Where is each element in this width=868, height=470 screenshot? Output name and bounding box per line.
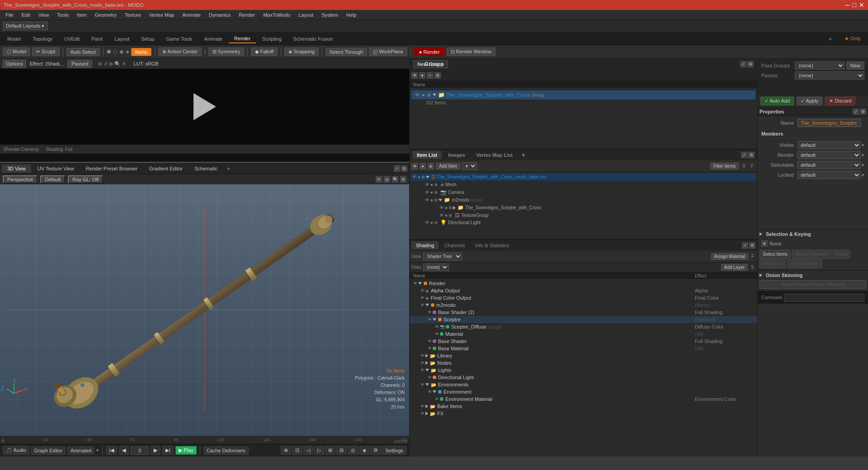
render-dropdown-icon[interactable]: ▾ bbox=[862, 152, 864, 158]
locked-dropdown-icon[interactable]: ▾ bbox=[862, 172, 864, 178]
envs-expand[interactable] bbox=[425, 383, 429, 386]
shader-row-envs[interactable]: 👁 📂 Environments bbox=[410, 381, 757, 388]
item-eye-s[interactable]: 👁 bbox=[439, 205, 444, 210]
vertex-map-tab[interactable]: Vertex Map List bbox=[472, 151, 517, 159]
item-eye-cam[interactable]: 👁 bbox=[425, 190, 429, 195]
preview-options-btn[interactable]: Options bbox=[3, 60, 26, 68]
shader-eye-envs[interactable]: 👁 bbox=[420, 382, 425, 387]
select-channels-btn[interactable]: Select Channels bbox=[792, 250, 831, 258]
shader-eye-lib[interactable]: 👁 bbox=[420, 353, 425, 358]
items-row-m2modo[interactable]: 👁 ● ⊕ 📁 m2modo (Items) bbox=[410, 196, 756, 204]
animated-btn[interactable]: Animated bbox=[67, 446, 94, 455]
menu-help[interactable]: Help bbox=[343, 11, 360, 19]
groups-add-btn[interactable]: + bbox=[427, 72, 433, 79]
items-extra-btn[interactable]: ⊕ bbox=[428, 163, 434, 169]
item-list-tab[interactable]: Item List bbox=[412, 151, 442, 159]
view-gear-btn[interactable]: ⚙ bbox=[401, 165, 407, 172]
shader-f-btn[interactable]: F bbox=[750, 254, 755, 259]
shader-eye-lights[interactable]: 👁 bbox=[420, 368, 425, 372]
view-expand-btn[interactable]: ⤢ bbox=[394, 165, 400, 172]
snapping-btn[interactable]: ◈ Snapping bbox=[284, 47, 319, 56]
transport-icon-8[interactable]: ◈ bbox=[359, 446, 369, 455]
shader-eye-bm[interactable]: 👁 bbox=[428, 346, 432, 351]
tab-schematic[interactable]: Schematic bbox=[189, 164, 223, 173]
shader-eye-dl[interactable]: 👁 bbox=[428, 375, 432, 380]
assign-remove-onion-btn[interactable]: Assign/Remove Onion Skinning bbox=[760, 280, 866, 289]
next-frame-btn[interactable]: ▶ bbox=[151, 446, 160, 455]
model-mode-btn[interactable]: ⬡ Model bbox=[3, 47, 30, 56]
items-row-sceptre[interactable]: 👁 ● ⊕ 📁 The_Sovereigns_Sceptre_with_Cros… bbox=[410, 204, 756, 212]
menu-geometry[interactable]: Geometry bbox=[91, 11, 120, 19]
shader-row-alpha[interactable]: 👁 ◈ Alpha Output Alpha bbox=[410, 287, 757, 294]
tab-uv-texture[interactable]: UV Texture View bbox=[32, 164, 80, 173]
add-tab-btn[interactable]: + bbox=[826, 34, 835, 43]
shader-row-final-color[interactable]: 👁 ◈ Final Color Output Final Color bbox=[410, 294, 757, 301]
command-input[interactable] bbox=[784, 294, 864, 302]
close-btn[interactable]: ✕ bbox=[859, 1, 864, 9]
items-sel-btn[interactable]: Items bbox=[833, 250, 850, 258]
groups-eye-btn[interactable]: 👁 bbox=[411, 72, 418, 79]
shader-row-sceptre[interactable]: 👁 Sceptre (Material) bbox=[410, 316, 757, 323]
shader-row-lights[interactable]: 👁 📂 Lights bbox=[410, 367, 757, 374]
filter-s-btn[interactable]: S bbox=[741, 164, 747, 169]
items-btn[interactable]: Items bbox=[131, 48, 151, 56]
shader-eye-mat[interactable]: 👁 bbox=[435, 332, 439, 336]
transport-icon-7[interactable]: ◎ bbox=[348, 446, 359, 455]
auto-select-btn[interactable]: Auto Select bbox=[66, 48, 100, 56]
shader-row-fx[interactable]: 👁 📂 FX bbox=[410, 410, 757, 417]
shader-row-nodes[interactable]: 👁 📂 Nodes bbox=[410, 359, 757, 367]
shading-tab[interactable]: Shading bbox=[411, 241, 439, 249]
fx-expand[interactable] bbox=[425, 412, 428, 415]
shader-row-sceptre-diffuse[interactable]: 👁 📷 Sceptre_Diffuse (Image) Diffuse Colo… bbox=[410, 323, 757, 330]
menu-animate[interactable]: Animate bbox=[179, 11, 204, 19]
props-settings-btn[interactable]: ⚙ bbox=[860, 108, 866, 115]
select-through-btn[interactable]: Select Through bbox=[326, 48, 367, 56]
pass-groups-select[interactable]: (none) bbox=[795, 61, 844, 70]
transport-icon-4[interactable]: ▷ bbox=[314, 446, 324, 455]
groups-render-btn[interactable]: ● bbox=[419, 72, 425, 79]
group-expand[interactable] bbox=[433, 94, 436, 96]
next-keyframe-btn[interactable]: ▶| bbox=[162, 446, 174, 455]
menu-tools[interactable]: Tools bbox=[53, 11, 72, 19]
tab-animate[interactable]: Animate bbox=[199, 35, 228, 43]
menu-system[interactable]: System bbox=[318, 11, 342, 19]
render-window-btn[interactable]: ⊡ Render Window bbox=[447, 47, 495, 56]
item-eye-t[interactable]: 👁 bbox=[439, 213, 444, 218]
animated-dropdown[interactable]: ▾ bbox=[96, 447, 99, 453]
render-expand[interactable] bbox=[418, 282, 422, 285]
shader-row-bake[interactable]: 👁 📂 Bake Items bbox=[410, 403, 757, 410]
nodes-expand[interactable] bbox=[425, 361, 428, 365]
items-row-camera[interactable]: 👁 ● ⊕ 📷 Camera bbox=[410, 188, 756, 196]
env-expand[interactable] bbox=[433, 390, 436, 393]
items-row-1[interactable]: 👁 ● ⊕ ◈ Mesh bbox=[410, 181, 756, 188]
shader-eye-fx[interactable]: 👁 bbox=[420, 411, 425, 416]
menu-dynamics[interactable]: Dynamics bbox=[205, 11, 234, 19]
shader-cam-sd[interactable]: 📷 bbox=[440, 324, 445, 329]
star-only-btn[interactable]: ★ Only bbox=[839, 34, 866, 43]
viewport-settings-btn[interactable]: ⚙ bbox=[400, 176, 406, 183]
tab-paint[interactable]: Paint bbox=[86, 35, 108, 43]
shader-eye-em[interactable]: 👁 bbox=[435, 397, 439, 401]
shader-eye-render[interactable]: 👁 bbox=[413, 281, 417, 286]
minimize-btn[interactable]: ─ bbox=[845, 1, 850, 9]
transport-icon-9[interactable]: ⚙ bbox=[370, 446, 381, 455]
shader-row-dirlight[interactable]: 👁 Directional Light bbox=[410, 374, 757, 381]
shader-row-baseshader[interactable]: 👁 Base Shader Full Shading bbox=[410, 338, 757, 345]
viewport-orbit-btn[interactable]: ⟳ bbox=[376, 176, 382, 183]
selectable-dropdown-icon[interactable]: ▾ bbox=[862, 162, 864, 168]
sculpt-mode-btn[interactable]: ✏ Sculpt bbox=[32, 47, 60, 56]
pass-groups-new-btn[interactable]: New bbox=[846, 61, 864, 70]
viewport-zoom-btn[interactable]: 🔍 bbox=[392, 176, 398, 183]
prev-frame-btn[interactable]: ◀ bbox=[119, 446, 129, 455]
shader-expand-btn[interactable]: ⤢ bbox=[742, 242, 748, 249]
transport-icon-6[interactable]: ⊟ bbox=[336, 446, 347, 455]
play-preview-btn[interactable] bbox=[193, 93, 216, 120]
shader-eye-m2[interactable]: 👁 bbox=[420, 303, 425, 307]
add-layer-s-btn[interactable]: S bbox=[750, 265, 755, 270]
maximize-btn[interactable]: □ bbox=[853, 1, 856, 9]
locked-select[interactable]: default bbox=[797, 171, 861, 179]
add-item-select[interactable]: ▾ bbox=[462, 162, 477, 170]
items-settings-btn[interactable]: ⚙ bbox=[748, 152, 755, 158]
groups-gear-btn[interactable]: ⚙ bbox=[434, 72, 441, 79]
shader-row-baseshader2[interactable]: 👁 Base Shader (2) Full Shading bbox=[410, 309, 757, 316]
